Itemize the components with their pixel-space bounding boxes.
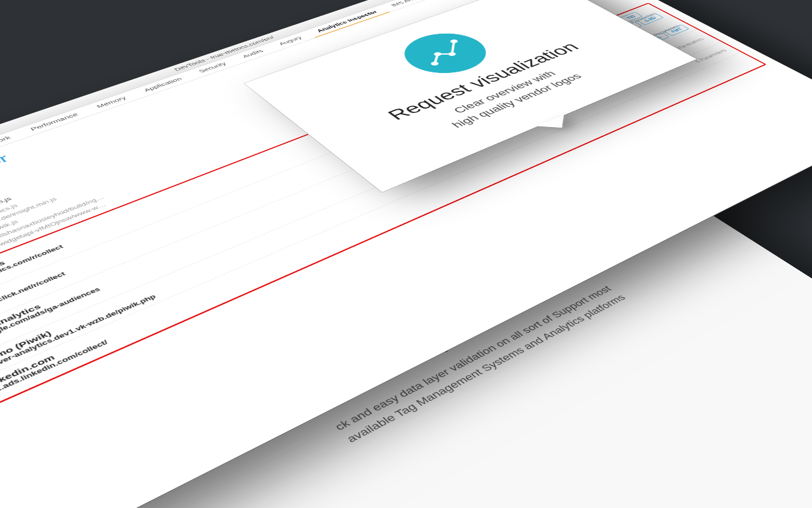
svg-point-0: [431, 62, 438, 65]
svg-point-1: [434, 52, 441, 55]
svg-point-2: [449, 52, 455, 55]
svg-point-3: [450, 39, 457, 43]
